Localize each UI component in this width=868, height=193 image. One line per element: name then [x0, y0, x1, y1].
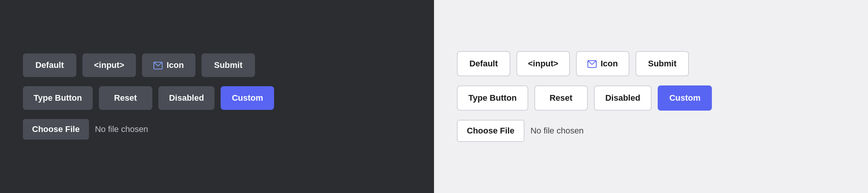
- dark-reset-button[interactable]: Reset: [99, 86, 152, 110]
- light-row-2: Type Button Reset Disabled Custom: [457, 85, 712, 111]
- dark-icon-label: Icon: [166, 60, 184, 70]
- light-typebutton-button[interactable]: Type Button: [457, 85, 528, 111]
- dark-custom-button[interactable]: Custom: [221, 86, 274, 110]
- dark-choose-file-button[interactable]: Choose File: [23, 119, 89, 140]
- light-disabled-label: Disabled: [605, 93, 641, 103]
- light-custom-label: Custom: [669, 93, 700, 103]
- dark-default-button[interactable]: Default: [23, 53, 76, 77]
- dark-row-2: Type Button Reset Disabled Custom: [23, 86, 274, 110]
- dark-typebutton-label: Type Button: [34, 93, 82, 103]
- light-custom-button[interactable]: Custom: [658, 85, 712, 111]
- light-submit-label: Submit: [648, 59, 677, 69]
- light-default-label: Default: [469, 59, 498, 69]
- light-choose-file-button[interactable]: Choose File: [457, 120, 524, 142]
- dark-custom-label: Custom: [232, 93, 263, 103]
- dark-icon-button[interactable]: Icon: [142, 53, 195, 77]
- light-row-1: Default <input> Icon Submit: [457, 51, 689, 76]
- light-reset-label: Reset: [550, 93, 573, 103]
- light-submit-button[interactable]: Submit: [636, 51, 689, 76]
- light-file-row: Choose File No file chosen: [457, 120, 584, 142]
- envelope-icon: [153, 60, 163, 70]
- dark-no-file-text: No file chosen: [95, 124, 148, 134]
- dark-panel: Default <input> Icon Submit Type Button …: [0, 0, 434, 193]
- light-disabled-button[interactable]: Disabled: [594, 85, 652, 111]
- dark-row-1: Default <input> Icon Submit: [23, 53, 255, 77]
- dark-default-label: Default: [35, 60, 64, 70]
- light-input-button[interactable]: <input>: [516, 51, 570, 76]
- light-default-button[interactable]: Default: [457, 51, 510, 76]
- dark-choose-file-label: Choose File: [32, 124, 80, 134]
- dark-submit-label: Submit: [214, 60, 243, 70]
- light-icon-button[interactable]: Icon: [576, 51, 629, 76]
- light-panel: Default <input> Icon Submit Type Button …: [434, 0, 868, 193]
- dark-file-row: Choose File No file chosen: [23, 119, 148, 140]
- dark-reset-label: Reset: [114, 93, 137, 103]
- light-icon-label: Icon: [600, 59, 618, 69]
- dark-input-button[interactable]: <input>: [82, 53, 136, 77]
- envelope-icon-light: [587, 59, 597, 69]
- dark-typebutton-button[interactable]: Type Button: [23, 86, 93, 110]
- light-no-file-text: No file chosen: [531, 126, 584, 136]
- light-input-label: <input>: [528, 59, 558, 69]
- dark-disabled-label: Disabled: [169, 93, 204, 103]
- light-choose-file-label: Choose File: [467, 126, 515, 135]
- dark-input-label: <input>: [94, 60, 124, 70]
- dark-submit-button[interactable]: Submit: [202, 53, 255, 77]
- light-typebutton-label: Type Button: [468, 93, 517, 103]
- light-reset-button[interactable]: Reset: [534, 85, 588, 111]
- dark-disabled-button[interactable]: Disabled: [158, 86, 215, 110]
